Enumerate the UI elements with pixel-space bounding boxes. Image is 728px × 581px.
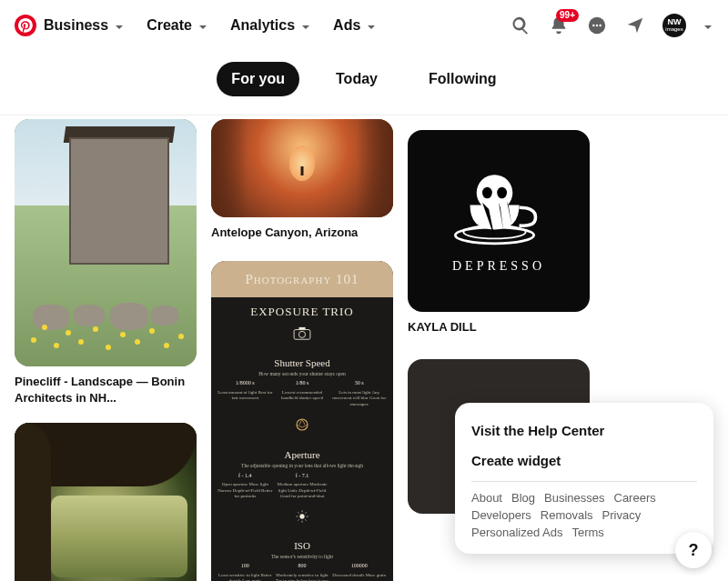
tab-following[interactable]: Following: [414, 62, 511, 96]
desc-row: Least amount of light Best for fast move…: [211, 390, 393, 408]
nav-label: Business: [44, 17, 108, 34]
svg-point-2: [596, 24, 598, 25]
infographic-subtitle: EXPOSURE TRIO: [211, 305, 393, 319]
divider: [471, 481, 697, 482]
footer-link-personalized-ads[interactable]: Personalized Ads: [471, 526, 562, 539]
nav-label: Analytics: [230, 17, 295, 34]
iso-icon: [295, 509, 309, 524]
nav-analytics[interactable]: Analytics: [230, 17, 311, 34]
aperture-icon: [294, 416, 310, 433]
pin-card[interactable]: DEPRESSO KAYLA DILL: [408, 130, 590, 336]
footer-link-careers[interactable]: Careers: [614, 491, 656, 505]
messages-icon[interactable]: [586, 15, 608, 36]
nav-label: Create: [147, 17, 192, 34]
pin-image: [211, 119, 393, 217]
svg-point-7: [297, 419, 308, 430]
cup-skull-illustration: [449, 168, 549, 250]
footer-link-removals[interactable]: Removals: [541, 508, 593, 522]
help-button[interactable]: ?: [675, 532, 712, 568]
chevron-down-icon: [366, 20, 377, 31]
avatar-text-1: NW: [665, 18, 682, 26]
illustration-text: DEPRESSO: [452, 259, 545, 274]
footer-link-about[interactable]: About: [471, 491, 502, 505]
footer-menu: Visit the Help Center Create widget Abou…: [455, 403, 713, 554]
footer-link-businesses[interactable]: Businesses: [544, 491, 604, 505]
search-icon[interactable]: [510, 15, 531, 36]
section-heading: ISO: [211, 540, 393, 551]
pin-title: Pinecliff - Landscape — Bonin Architects…: [15, 374, 197, 406]
section-caption: How many seconds your shutter stays open: [211, 371, 393, 377]
value-row: f - 1.4f - 7.1: [211, 473, 393, 480]
pin-card[interactable]: [15, 423, 197, 581]
footer-link-terms[interactable]: Terms: [571, 526, 603, 539]
pin-image: Photography 101 EXPOSURE TRIO Shutter Sp…: [211, 261, 393, 581]
notification-badge: 99+: [556, 9, 579, 22]
pin-card[interactable]: Antelope Canyon, Arizona: [211, 119, 393, 241]
updates-icon[interactable]: [624, 15, 646, 36]
tab-today[interactable]: Today: [321, 62, 392, 96]
avatar[interactable]: NW images: [662, 14, 686, 37]
infographic-title: Photography 101: [211, 261, 393, 297]
avatar-text-2: images: [665, 26, 682, 32]
pin-image: [15, 423, 197, 581]
menu-create-widget[interactable]: Create widget: [471, 446, 697, 476]
chevron-down-icon: [300, 20, 311, 31]
notifications-icon[interactable]: 99+: [548, 15, 570, 36]
nav-ads[interactable]: Ads: [333, 17, 377, 34]
chevron-down-icon: [114, 20, 125, 31]
tab-for-you[interactable]: For you: [217, 62, 299, 96]
pin-title: Antelope Canyon, Arizona: [211, 225, 393, 241]
camera-icon: [292, 326, 312, 341]
svg-point-3: [599, 24, 601, 25]
chevron-down-icon: [197, 20, 208, 31]
svg-point-5: [298, 331, 305, 337]
nav-create[interactable]: Create: [147, 17, 208, 34]
pin-title: KAYLA DILL: [408, 319, 590, 336]
svg-point-13: [497, 187, 507, 199]
pin-image: [15, 119, 197, 366]
svg-rect-6: [298, 327, 305, 330]
svg-point-1: [592, 24, 594, 25]
desc-row: Least sensitive to light Better details …: [211, 573, 393, 581]
section-heading: Aperture: [211, 449, 393, 460]
menu-help-center[interactable]: Visit the Help Center: [471, 416, 697, 446]
footer-link-privacy[interactable]: Privacy: [602, 508, 642, 522]
svg-point-8: [299, 514, 304, 518]
footer-link-blog[interactable]: Blog: [511, 491, 535, 505]
pin-image: DEPRESSO: [408, 130, 590, 312]
pin-card[interactable]: Photography 101 EXPOSURE TRIO Shutter Sp…: [211, 261, 393, 581]
nav-label: Ads: [333, 17, 360, 34]
account-chevron-icon[interactable]: [703, 20, 713, 31]
svg-point-11: [477, 175, 513, 211]
desc-row: Open aperture More light Narrow Depth-of…: [211, 482, 393, 500]
svg-point-12: [482, 187, 492, 199]
section-heading: Shutter Speed: [211, 357, 393, 368]
value-row: 100800100000: [211, 563, 393, 570]
footer-link-developers[interactable]: Developers: [471, 508, 531, 522]
section-caption: The sensor's sensitivity to light: [211, 554, 393, 560]
section-caption: The adjustable opening in your lens that…: [211, 463, 393, 469]
nav-business[interactable]: Business: [44, 17, 125, 34]
pin-card[interactable]: Pinecliff - Landscape — Bonin Architects…: [15, 119, 197, 406]
value-row: 1/8000 s1/80 s30 s: [211, 380, 393, 387]
pinterest-logo[interactable]: [15, 15, 36, 36]
